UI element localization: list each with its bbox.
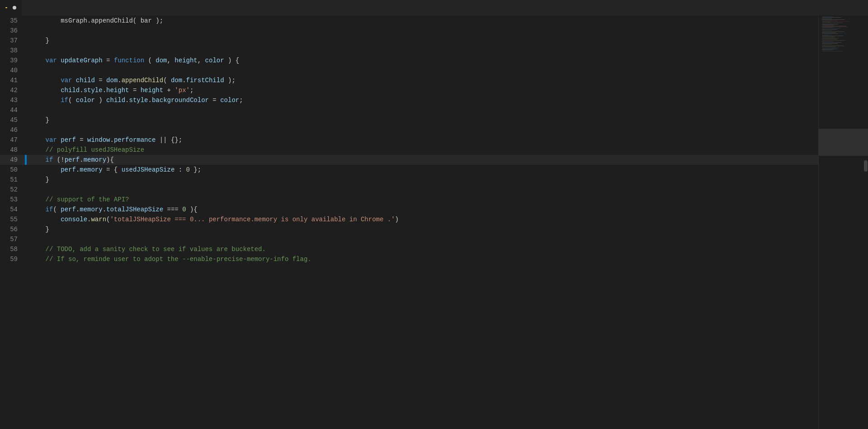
code-line: 35 msGraph.appendChild( bar );	[0, 16, 818, 26]
line-number: 57	[0, 234, 25, 244]
code-line: 41 var child = dom.appendChild( dom.firs…	[0, 75, 818, 85]
code-line: 49 if (!perf.memory){	[0, 155, 818, 165]
line-content: if( perf.memory.totalJSHeapSize === 0 ){	[27, 205, 818, 214]
code-line: 52	[0, 185, 818, 195]
line-number: 40	[0, 65, 25, 75]
line-content: msGraph.appendChild( bar );	[27, 16, 818, 26]
line-number: 52	[0, 185, 25, 195]
line-number: 37	[0, 36, 25, 46]
line-number: 41	[0, 75, 25, 85]
modified-dot	[13, 6, 16, 9]
line-content	[27, 125, 818, 135]
code-line: 56 }	[0, 224, 818, 234]
code-line: 37 }	[0, 36, 818, 46]
line-number: 47	[0, 135, 25, 145]
line-content: // polyfill usedJSHeapSize	[27, 145, 818, 155]
code-line: 51 }	[0, 175, 818, 185]
code-line: 45 }	[0, 115, 818, 125]
minimap-content	[819, 16, 864, 233]
line-number: 38	[0, 46, 25, 56]
line-number: 54	[0, 205, 25, 214]
tab-bar-left	[0, 0, 22, 15]
line-content: child.style.height = height + 'px';	[27, 85, 818, 95]
line-content: if( color ) child.style.backgroundColor …	[27, 95, 818, 105]
line-number: 56	[0, 224, 25, 234]
editor-container: 35 msGraph.appendChild( bar );3637 }3839…	[0, 0, 868, 429]
code-line: 57	[0, 234, 818, 244]
line-content: var child = dom.appendChild( dom.firstCh…	[27, 75, 818, 85]
line-content	[27, 234, 818, 244]
code-line: 47 var perf = window.performance || {};	[0, 135, 818, 145]
line-content: // support of the API?	[27, 195, 818, 205]
line-content: console.warn('totalJSHeapSize === 0... p…	[27, 214, 818, 224]
line-number: 49	[0, 155, 25, 165]
code-line: 43 if( color ) child.style.backgroundCol…	[0, 95, 818, 105]
line-content	[27, 185, 818, 195]
line-number: 42	[0, 85, 25, 95]
code-line: 59 // If so, reminde user to adopt the -…	[0, 254, 818, 264]
line-number: 39	[0, 56, 25, 65]
line-content: if (!perf.memory){	[27, 155, 818, 165]
line-content: perf.memory = { usedJSHeapSize : 0 };	[27, 165, 818, 175]
line-number: 43	[0, 95, 25, 105]
line-content	[27, 65, 818, 75]
line-content: var updateGraph = function ( dom, height…	[27, 56, 818, 65]
line-number: 51	[0, 175, 25, 185]
line-number: 44	[0, 105, 25, 115]
code-line: 54 if( perf.memory.totalJSHeapSize === 0…	[0, 205, 818, 214]
line-content	[27, 46, 818, 56]
code-line: 39 var updateGraph = function ( dom, hei…	[0, 56, 818, 65]
code-line: 44	[0, 105, 818, 115]
line-number: 45	[0, 115, 25, 125]
code-area[interactable]: 35 msGraph.appendChild( bar );3637 }3839…	[0, 16, 818, 429]
code-line: 53 // support of the API?	[0, 195, 818, 205]
line-number: 53	[0, 195, 25, 205]
code-line: 58 // TODO, add a sanity check to see if…	[0, 244, 818, 254]
line-number: 58	[0, 244, 25, 254]
scrollbar-thumb[interactable]	[864, 160, 868, 172]
line-number: 50	[0, 165, 25, 175]
code-line: 42 child.style.height = height + 'px';	[0, 85, 818, 95]
line-content: }	[27, 224, 818, 234]
scrollbar-track[interactable]	[863, 16, 868, 429]
code-line: 46	[0, 125, 818, 135]
line-number: 59	[0, 254, 25, 264]
minimap	[818, 16, 868, 429]
js-icon	[5, 7, 7, 8]
code-lines: 35 msGraph.appendChild( bar );3637 }3839…	[0, 16, 818, 264]
line-number: 35	[0, 16, 25, 26]
line-number: 46	[0, 125, 25, 135]
line-number: 55	[0, 214, 25, 224]
code-line: 40	[0, 65, 818, 75]
code-line: 48 // polyfill usedJSHeapSize	[0, 145, 818, 155]
file-tab[interactable]	[0, 0, 22, 15]
minimap-svg	[819, 16, 864, 233]
line-content: // If so, reminde user to adopt the --en…	[27, 254, 818, 264]
line-number: 36	[0, 26, 25, 36]
minimap-viewport	[819, 129, 868, 156]
code-line: 50 perf.memory = { usedJSHeapSize : 0 };	[0, 165, 818, 175]
line-content: }	[27, 115, 818, 125]
tab-bar	[0, 0, 868, 16]
code-line: 36	[0, 26, 818, 36]
line-content: var perf = window.performance || {};	[27, 135, 818, 145]
line-number: 48	[0, 145, 25, 155]
line-content	[27, 26, 818, 36]
line-content: }	[27, 175, 818, 185]
code-line: 38	[0, 46, 818, 56]
line-content	[27, 105, 818, 115]
line-content: }	[27, 36, 818, 46]
line-content: // TODO, add a sanity check to see if va…	[27, 244, 818, 254]
code-line: 55 console.warn('totalJSHeapSize === 0..…	[0, 214, 818, 224]
editor-body: 35 msGraph.appendChild( bar );3637 }3839…	[0, 16, 868, 429]
